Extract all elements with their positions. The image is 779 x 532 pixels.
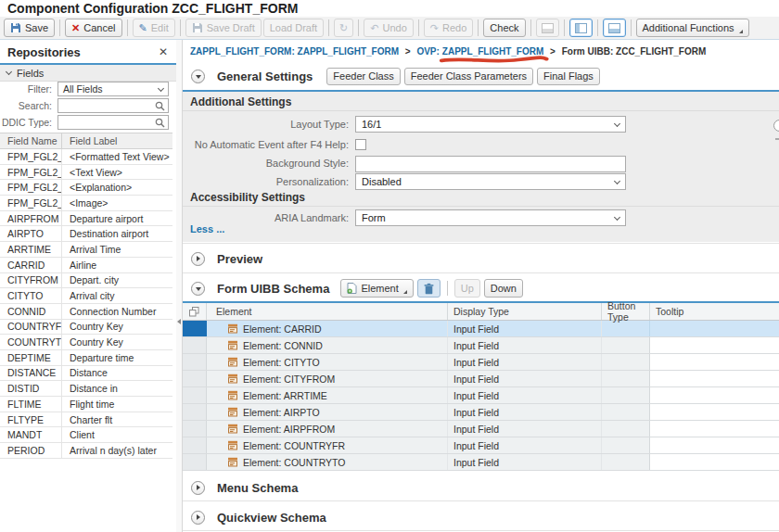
element-column-header[interactable]: Element: [207, 303, 447, 320]
load-draft-label: Load Draft: [270, 22, 317, 33]
layout-type-select[interactable]: 16/1: [355, 116, 626, 133]
final-flags-button[interactable]: Final Flags: [537, 68, 600, 85]
expand-section-icon[interactable]: [191, 252, 205, 266]
cancel-button[interactable]: ✕ Cancel: [65, 19, 121, 37]
field-row[interactable]: CITYFROM Depart. city: [0, 273, 172, 289]
tooltip-cell[interactable]: [649, 404, 779, 420]
row-selector-cell[interactable]: [183, 454, 207, 470]
breadcrumb-ovp-link[interactable]: OVP:ZAPPL_FLIGHT_FORM: [416, 46, 546, 57]
search-input[interactable]: [63, 99, 153, 112]
schema-row[interactable]: Element: COUNTRYTO Input Field: [183, 454, 779, 471]
field-row[interactable]: FLTYPE Charter flt: [0, 412, 172, 428]
redo-button[interactable]: ↷ Redo: [424, 19, 474, 37]
breadcrumb-ovp-target[interactable]: ZAPPL_FLIGHT_FORM: [442, 46, 543, 57]
ddic-type-input[interactable]: [63, 116, 153, 129]
search-icon[interactable]: [155, 101, 165, 113]
search-icon[interactable]: [155, 118, 165, 130]
field-row[interactable]: FPM_FGL2_F... <Formatted Text View>: [0, 149, 172, 165]
tooltip-cell[interactable]: [649, 387, 779, 403]
schema-row[interactable]: Element: CITYFROM Input Field: [183, 371, 779, 387]
field-name-header[interactable]: Field Name: [0, 135, 61, 146]
field-row[interactable]: CITYTO Arrival city: [0, 288, 172, 304]
toggle-side-panel-button[interactable]: [569, 19, 593, 37]
collapse-section-icon[interactable]: [191, 70, 205, 83]
undo-button[interactable]: ↶ Undo: [364, 19, 414, 37]
field-row[interactable]: AIRPTO Destination airport: [0, 226, 172, 242]
load-draft-button[interactable]: Load Draft: [263, 19, 324, 37]
row-selector-cell[interactable]: [183, 404, 207, 420]
row-selector-cell[interactable]: [183, 421, 207, 437]
schema-row[interactable]: Element: CONNID Input Field: [183, 337, 779, 354]
tooltip-cell[interactable]: [649, 337, 779, 353]
check-button[interactable]: Check: [483, 19, 525, 37]
tooltip-cell[interactable]: [649, 321, 779, 336]
tooltip-cell[interactable]: [649, 371, 779, 386]
display-type-column-header[interactable]: Display Type: [447, 303, 601, 320]
schema-row[interactable]: Element: COUNTRYFR Input Field: [183, 437, 779, 454]
button-type-column-header[interactable]: Button Type: [601, 303, 649, 320]
field-row[interactable]: CONNID Connection Number: [0, 304, 172, 320]
breadcrumb-root-link[interactable]: ZAPPL_FLIGHT_FORM: ZAPPL_FLIGHT_FORM: [190, 46, 399, 57]
row-selector-cell[interactable]: [183, 437, 207, 453]
tooltip-column-header[interactable]: Tooltip: [649, 303, 779, 320]
field-row[interactable]: ARRTIME Arrival Time: [0, 242, 172, 258]
filter-select[interactable]: All Fields: [57, 82, 169, 96]
field-row[interactable]: DEPTIME Departure time: [0, 350, 172, 366]
tooltip-cell[interactable]: [649, 421, 779, 437]
schema-table: Element Display Type Button Type Tooltip…: [183, 303, 779, 471]
feeder-class-parameters-button[interactable]: Feeder Class Parameters: [404, 68, 533, 85]
field-row[interactable]: CARRID Airline: [0, 258, 172, 273]
no-auto-event-label: No Automatic Event after F4 Help:: [183, 139, 355, 150]
select-all-cell[interactable]: [183, 303, 207, 320]
field-row[interactable]: PERIOD Arrival n day(s) later: [0, 443, 172, 459]
row-selector-cell[interactable]: [183, 387, 207, 403]
field-row[interactable]: COUNTRYTO Country Key: [0, 335, 172, 350]
delete-element-button[interactable]: [417, 279, 441, 298]
feeder-class-button[interactable]: Feeder Class: [326, 68, 400, 85]
field-row[interactable]: FLTIME Flight time: [0, 397, 172, 412]
tooltip-cell[interactable]: [649, 437, 779, 453]
close-icon[interactable]: ✕: [159, 45, 168, 58]
field-row[interactable]: FPM_FGL2_E... <Explanation>: [0, 180, 172, 196]
refresh-button[interactable]: ↻: [334, 19, 353, 37]
row-selector-cell[interactable]: [183, 354, 207, 370]
panel-collapse-arrow[interactable]: [177, 319, 181, 324]
field-row[interactable]: MANDT Client: [0, 427, 172, 443]
schema-row[interactable]: Element: ARRTIME Input Field: [183, 387, 779, 404]
additional-functions-button[interactable]: Additional Functions: [636, 19, 749, 37]
field-row[interactable]: FPM_FGL2_T... <Text View>: [0, 165, 172, 181]
move-down-button[interactable]: Down: [484, 279, 523, 298]
field-row[interactable]: DISTANCE Distance: [0, 366, 172, 382]
no-auto-event-checkbox[interactable]: [355, 139, 366, 150]
field-row[interactable]: DISTID Distance in: [0, 381, 172, 397]
field-label-header[interactable]: Field Label: [61, 133, 172, 148]
tooltip-cell[interactable]: [649, 354, 779, 370]
add-element-button[interactable]: Element: [340, 279, 413, 298]
toggle-footer-panel-button[interactable]: [536, 19, 559, 37]
schema-row[interactable]: Element: AIRPTO Input Field: [183, 404, 779, 421]
row-selector-cell[interactable]: [183, 337, 207, 353]
aria-landmark-select[interactable]: Form: [355, 209, 626, 226]
row-selector-cell[interactable]: [183, 371, 207, 386]
background-style-input[interactable]: [355, 156, 626, 172]
expand-section-icon[interactable]: [191, 481, 205, 495]
row-selector-cell[interactable]: [183, 321, 207, 336]
edit-button[interactable]: ✎ Edit: [133, 19, 175, 37]
schema-row[interactable]: Element: AIRPFROM Input Field: [183, 421, 779, 437]
schema-row[interactable]: Element: CITYTO Input Field: [183, 354, 779, 371]
field-row[interactable]: AIRPFROM Departure airport: [0, 211, 172, 227]
move-up-button[interactable]: Up: [454, 279, 480, 298]
expand-section-icon[interactable]: [191, 511, 205, 525]
save-button[interactable]: Save: [4, 19, 55, 37]
field-row[interactable]: FPM_FGL2_I... <Image>: [0, 196, 172, 211]
less-link[interactable]: Less ...: [190, 223, 224, 234]
collapse-section-icon[interactable]: [191, 282, 205, 296]
save-draft-button[interactable]: Save Draft: [185, 19, 262, 37]
tooltip-cell[interactable]: [649, 454, 779, 470]
personalization-select[interactable]: Disabled: [355, 173, 626, 190]
panel-splitter[interactable]: [176, 40, 183, 532]
field-row[interactable]: COUNTRYFR Country Key: [0, 320, 172, 336]
toggle-bottom-panel-button[interactable]: [603, 19, 626, 37]
fields-section-header[interactable]: Fields: [0, 65, 176, 82]
schema-row[interactable]: Element: CARRID Input Field: [183, 321, 779, 337]
